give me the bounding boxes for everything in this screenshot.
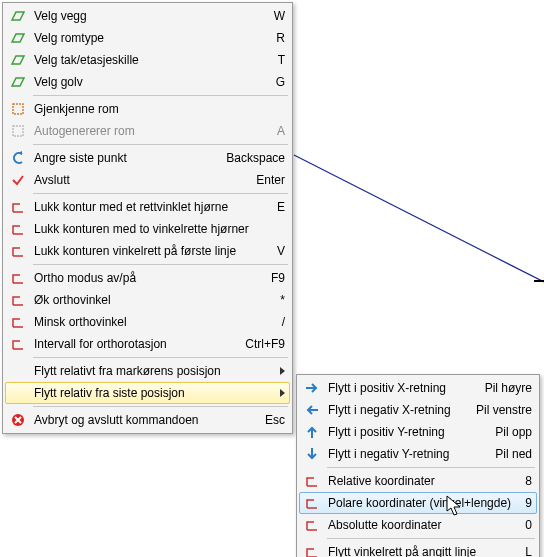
menu-item-neg-x[interactable]: Flytt i negativ X-retningPil venstre	[299, 399, 537, 421]
abs-icon	[302, 516, 322, 534]
menu-item-shortcut: 9	[525, 496, 532, 510]
menu-item-label: Flytt i negativ Y-retning	[328, 447, 487, 461]
menu-item-velg-romtype[interactable]: Velg romtypeR	[5, 27, 290, 49]
menu-item-label: Gjenkjenne rom	[34, 102, 285, 116]
menu-item-label: Avbryt og avslutt kommandoen	[34, 413, 257, 427]
arrow-down-icon	[302, 445, 322, 463]
menu-item-lukk-to[interactable]: Lukk konturen med to vinkelrette hjørner	[5, 218, 290, 240]
menu-item-shortcut: *	[280, 293, 285, 307]
context-menu-sub[interactable]: Flytt i positiv X-retningPil høyreFlytt …	[296, 374, 540, 557]
menu-item-flytt-siste[interactable]: Flytt relativ fra siste posisjon	[5, 382, 290, 404]
blank-icon	[8, 362, 28, 380]
menu-item-intervall[interactable]: Intervall for orthorotasjonCtrl+F9	[5, 333, 290, 355]
menu-item-label: Flytt i positiv Y-retning	[328, 425, 487, 439]
menu-item-shortcut: Pil opp	[495, 425, 532, 439]
menu-item-label: Øk orthovinkel	[34, 293, 272, 307]
dec-angle-icon	[8, 313, 28, 331]
menu-item-shortcut: Pil ned	[495, 447, 532, 461]
menu-item-shortcut: 8	[525, 474, 532, 488]
menu-item-label: Velg tak/etasjeskille	[34, 53, 270, 67]
menu-item-shortcut: V	[277, 244, 285, 258]
menu-item-shortcut: Ctrl+F9	[245, 337, 285, 351]
menu-item-label: Avslutt	[34, 173, 248, 187]
menu-item-avslutt[interactable]: AvsluttEnter	[5, 169, 290, 191]
menu-item-shortcut: 0	[525, 518, 532, 532]
menu-item-vinkelrett[interactable]: Flytt vinkelrett på angitt linjeL	[299, 541, 537, 557]
ceiling-icon	[8, 51, 28, 69]
menu-item-label: Flytt vinkelrett på angitt linje	[328, 545, 517, 557]
svg-rect-2	[13, 104, 23, 114]
interval-icon	[8, 335, 28, 353]
menu-item-abs-koord[interactable]: Absolutte koordinater0	[299, 514, 537, 536]
menu-item-label: Lukk kontur med et rettvinklet hjørne	[34, 200, 269, 214]
polar-icon	[302, 494, 322, 512]
menu-separator	[33, 95, 288, 96]
menu-item-angre-punkt[interactable]: Angre siste punktBackspace	[5, 147, 290, 169]
menu-item-ok-ortho[interactable]: Øk orthovinkel*	[5, 289, 290, 311]
menu-separator	[33, 406, 288, 407]
menu-item-label: Velg vegg	[34, 9, 266, 23]
menu-item-ortho[interactable]: Ortho modus av/påF9	[5, 267, 290, 289]
menu-item-shortcut: A	[277, 124, 285, 138]
menu-item-label: Intervall for orthorotasjon	[34, 337, 237, 351]
menu-item-lukk-forste[interactable]: Lukk konturen vinkelrett på første linje…	[5, 240, 290, 262]
menu-item-polar-koord[interactable]: Polare koordinater (vinkel+lengde)9	[299, 492, 537, 514]
menu-separator	[33, 193, 288, 194]
menu-item-shortcut: /	[282, 315, 285, 329]
submenu-arrow-icon	[280, 389, 285, 397]
menu-item-shortcut: W	[274, 9, 285, 23]
menu-item-shortcut: Pil venstre	[476, 403, 532, 417]
menu-item-label: Ortho modus av/på	[34, 271, 263, 285]
menu-item-velg-tak[interactable]: Velg tak/etasjeskilleT	[5, 49, 290, 71]
submenu-arrow-icon	[280, 367, 285, 375]
arrow-left-icon	[302, 401, 322, 419]
menu-item-label: Flytt relativ fra siste posisjon	[34, 386, 274, 400]
cancel-icon	[8, 411, 28, 429]
close-right-icon	[8, 198, 28, 216]
menu-item-autogen-rom: Autogenererer romA	[5, 120, 290, 142]
autogen-icon	[8, 122, 28, 140]
menu-item-avbryt[interactable]: Avbryt og avslutt kommandoenEsc	[5, 409, 290, 431]
close-two-icon	[8, 220, 28, 238]
menu-item-label: Flytt relativt fra markørens posisjon	[34, 364, 274, 378]
menu-item-label: Polare koordinater (vinkel+lengde)	[328, 496, 517, 510]
menu-item-shortcut: F9	[271, 271, 285, 285]
menu-item-minsk-ortho[interactable]: Minsk orthovinkel/	[5, 311, 290, 333]
rel-icon	[302, 472, 322, 490]
menu-item-shortcut: Backspace	[226, 151, 285, 165]
menu-item-flytt-markor[interactable]: Flytt relativt fra markørens posisjon	[5, 360, 290, 382]
arrow-right-icon	[302, 379, 322, 397]
menu-item-shortcut: Enter	[256, 173, 285, 187]
close-first-icon	[8, 242, 28, 260]
menu-separator	[327, 467, 535, 468]
menu-item-pos-y[interactable]: Flytt i positiv Y-retningPil opp	[299, 421, 537, 443]
menu-item-shortcut: T	[278, 53, 285, 67]
menu-item-label: Autogenererer rom	[34, 124, 269, 138]
menu-item-pos-x[interactable]: Flytt i positiv X-retningPil høyre	[299, 377, 537, 399]
ortho-icon	[8, 269, 28, 287]
menu-item-label: Velg romtype	[34, 31, 268, 45]
menu-item-neg-y[interactable]: Flytt i negativ Y-retningPil ned	[299, 443, 537, 465]
recognize-icon	[8, 100, 28, 118]
menu-item-gjenkjenne-rom[interactable]: Gjenkjenne rom	[5, 98, 290, 120]
menu-item-velg-golv[interactable]: Velg golvG	[5, 71, 290, 93]
blank-icon	[8, 384, 28, 402]
menu-item-label: Angre siste punkt	[34, 151, 218, 165]
menu-item-shortcut: Esc	[265, 413, 285, 427]
menu-item-shortcut: Pil høyre	[485, 381, 532, 395]
menu-item-velg-vegg[interactable]: Velg veggW	[5, 5, 290, 27]
menu-separator	[33, 264, 288, 265]
undo-icon	[8, 149, 28, 167]
roomtype-icon	[8, 29, 28, 47]
context-menu-main[interactable]: Velg veggWVelg romtypeRVelg tak/etasjesk…	[2, 2, 293, 434]
menu-separator	[33, 357, 288, 358]
svg-line-0	[294, 155, 544, 282]
menu-item-rel-koord[interactable]: Relative koordinater8	[299, 470, 537, 492]
svg-rect-3	[13, 126, 23, 136]
finish-icon	[8, 171, 28, 189]
floor-icon	[8, 73, 28, 91]
menu-item-shortcut: G	[276, 75, 285, 89]
menu-item-shortcut: R	[276, 31, 285, 45]
menu-item-lukk-rett[interactable]: Lukk kontur med et rettvinklet hjørneE	[5, 196, 290, 218]
menu-item-label: Minsk orthovinkel	[34, 315, 274, 329]
